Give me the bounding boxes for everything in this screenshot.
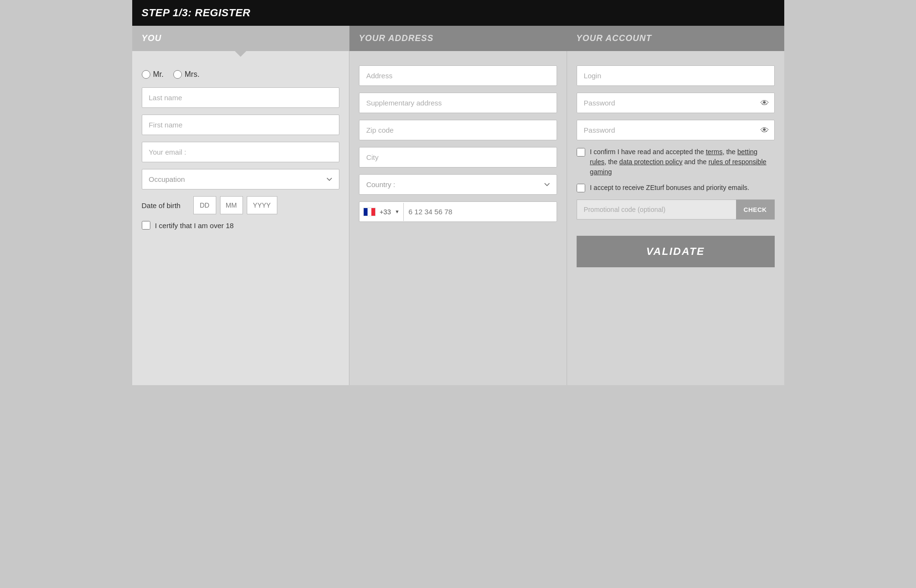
form-area: Mr. Mrs. Occupation Employee [132,51,784,385]
phone-flag-selector[interactable]: +33 ▼ [359,203,404,221]
tab-you[interactable]: YOU [132,26,349,51]
check-button[interactable]: CHECK [736,200,775,220]
data-protection-link[interactable]: data protection policy [619,158,682,166]
country-select[interactable]: Country : France Belgium Switzerland Lux… [359,174,557,195]
bonus-checkbox[interactable] [577,184,585,192]
login-group [577,65,775,86]
account-column: 👁 👁 I confirm I have read and accepted t… [567,51,784,385]
promo-input[interactable] [577,200,736,220]
occupation-select[interactable]: Occupation Employee Self-employed Studen… [142,169,340,189]
password2-input[interactable] [577,120,775,140]
bonus-label[interactable]: I accept to receive ZEturf bonuses and p… [590,183,749,193]
password2-group: 👁 [577,120,775,140]
validate-button[interactable]: VALIDATE [577,236,775,267]
phone-wrapper: +33 ▼ [359,201,557,222]
radio-mrs-label[interactable]: Mrs. [173,70,200,79]
flag-fr-icon [363,208,376,216]
address-group [359,65,557,86]
dob-mm-input[interactable] [220,196,243,214]
supplementary-address-input[interactable] [359,93,557,113]
password1-wrapper: 👁 [577,93,775,113]
email-input[interactable] [142,142,340,162]
you-column: Mr. Mrs. Occupation Employee [132,51,350,385]
section-tabs: YOU YOUR ADDRESS YOUR ACCOUNT [132,26,784,51]
over18-label[interactable]: I certify that I am over 18 [155,221,234,230]
dob-dd-input[interactable] [193,196,216,214]
radio-mr-label[interactable]: Mr. [142,70,164,79]
country-group: Country : France Belgium Switzerland Lux… [359,174,557,195]
password2-wrapper: 👁 [577,120,775,140]
promo-group: CHECK [577,200,775,220]
address-input[interactable] [359,65,557,86]
phone-dropdown-arrow: ▼ [395,209,400,214]
password1-input[interactable] [577,93,775,113]
first-name-input[interactable] [142,115,340,135]
tab-account[interactable]: YOUR ACCOUNT [567,26,784,51]
phone-input[interactable] [404,202,557,221]
first-name-group [142,115,340,135]
page-wrapper: STEP 1/3: REGISTER YOU YOUR ADDRESS YOUR… [132,0,784,385]
page-title: STEP 1/3: REGISTER [142,7,775,19]
terms-checkbox[interactable] [577,148,585,157]
occupation-group: Occupation Employee Self-employed Studen… [142,169,340,189]
gender-radio-group: Mr. Mrs. [142,70,340,79]
terms-block: I confirm I have read and accepted the t… [577,147,775,193]
password2-eye-icon[interactable]: 👁 [760,125,769,135]
zip-group [359,120,557,140]
last-name-group [142,87,340,108]
email-group [142,142,340,162]
city-input[interactable] [359,147,557,168]
city-group [359,147,557,168]
zip-input[interactable] [359,120,557,140]
login-input[interactable] [577,65,775,86]
terms-row2: I accept to receive ZEturf bonuses and p… [577,183,775,193]
password1-eye-icon[interactable]: 👁 [760,98,769,108]
password1-group: 👁 [577,93,775,113]
terms-link[interactable]: terms [706,148,723,156]
address-column: Country : France Belgium Switzerland Lux… [349,51,567,385]
dob-yyyy-input[interactable] [247,196,277,214]
over18-group: I certify that I am over 18 [142,221,340,230]
dob-label: Date of birth [142,201,190,210]
terms-row1: I confirm I have read and accepted the t… [577,147,775,177]
supplementary-address-group [359,93,557,113]
over18-checkbox[interactable] [142,221,150,230]
radio-mr[interactable] [142,70,150,79]
phone-code: +33 [378,208,393,216]
dob-group: Date of birth [142,196,340,214]
top-header: STEP 1/3: REGISTER [132,0,784,26]
phone-group: +33 ▼ [359,201,557,222]
radio-mrs[interactable] [173,70,182,79]
terms-text: I confirm I have read and accepted the t… [590,147,775,177]
tab-address[interactable]: YOUR ADDRESS [349,26,567,51]
last-name-input[interactable] [142,87,340,108]
